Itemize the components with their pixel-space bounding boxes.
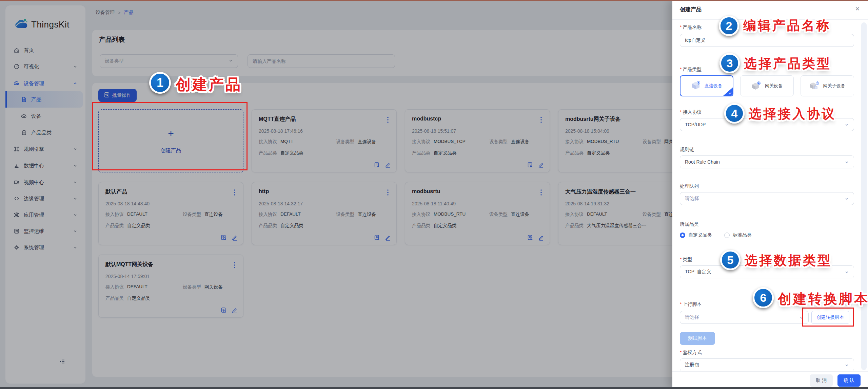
chevron-down-icon — [845, 160, 849, 164]
auth-method-value: 注册包 — [685, 362, 699, 368]
callout-number-badge: 4 — [724, 103, 745, 124]
upstream-script-label: 上行脚本 — [680, 301, 702, 308]
radio-checked-icon — [680, 233, 685, 238]
protocol-value: TCP/UDP — [685, 122, 706, 127]
callout-number-badge: 6 — [753, 287, 774, 308]
gateway-device-icon — [751, 81, 762, 91]
protocol-label: 接入协议 — [680, 109, 702, 115]
callout-3: 3 选择产品类型 — [719, 53, 831, 73]
callout-2: 2 编辑产品名称 — [719, 16, 831, 36]
callout-1: 1 创建产品 — [149, 72, 242, 95]
callout-number-badge: 5 — [720, 250, 741, 270]
rule-chain-label: 规则链 — [680, 147, 694, 153]
callout-number-badge: 3 — [719, 53, 740, 73]
category-radio-group: 自定义品类 标准品类 — [680, 232, 752, 238]
queue-label: 处理队列 — [680, 183, 699, 189]
annotation-rect-create-script — [802, 308, 854, 327]
data-type-label: 类型 — [680, 257, 692, 263]
drawer-title: 创建产品 — [680, 6, 702, 13]
queue-select[interactable]: 请选择 — [680, 192, 854, 205]
callout-text: 创建产品 — [176, 75, 242, 95]
drawer-footer: 取 消 确 认 — [672, 371, 868, 389]
category-group-label: 所属品类 — [680, 221, 699, 227]
type-card-label: 网关设备 — [765, 83, 783, 89]
chevron-down-icon — [845, 270, 849, 274]
upstream-script-select[interactable]: 请选择 — [680, 311, 809, 324]
auth-method-label: 鉴权方式 — [680, 350, 702, 356]
callout-text: 编辑产品名称 — [743, 17, 831, 34]
chevron-down-icon — [845, 363, 849, 367]
radio-label: 自定义品类 — [688, 232, 712, 238]
radio-label: 标准品类 — [733, 232, 752, 238]
callout-text: 选择数据类型 — [745, 252, 832, 269]
annotation-rect-create-card — [92, 102, 248, 170]
confirm-button[interactable]: 确 认 — [837, 374, 861, 387]
callout-number-badge: 1 — [149, 72, 171, 94]
close-icon[interactable]: ✕ — [855, 5, 860, 13]
screen-top-edge — [0, 0, 868, 1]
drawer-scrollbar[interactable] — [861, 22, 867, 370]
radio-unchecked-icon — [724, 233, 730, 238]
upstream-script-placeholder: 请选择 — [685, 314, 699, 320]
radio-custom-category[interactable]: 自定义品类 — [680, 232, 712, 238]
gateway-sub-device-icon — [810, 81, 820, 91]
thingskit-app: ThingsKit 首页 可视化 设备管理 产品 设备 产品品类 — [0, 0, 868, 389]
auth-method-select[interactable]: 注册包 — [680, 358, 854, 371]
type-card-direct-device[interactable]: 直连设备 ✓ — [680, 75, 733, 96]
type-card-label: 网关子设备 — [823, 83, 845, 89]
cancel-button[interactable]: 取 消 — [810, 374, 833, 387]
check-icon: ✓ — [729, 91, 732, 96]
data-type-value: TCP_自定义 — [685, 269, 711, 275]
radio-standard-category[interactable]: 标准品类 — [724, 232, 752, 238]
product-type-options: 直连设备 ✓ 网关设备 网关子设备 — [680, 75, 854, 96]
type-card-gateway-sub-device[interactable]: 网关子设备 — [801, 75, 854, 96]
rule-chain-value: Root Rule Chain — [685, 159, 720, 165]
type-card-label: 直连设备 — [705, 83, 722, 89]
callout-number-badge: 2 — [719, 16, 739, 36]
callout-6: 6 创建转换脚本 — [753, 287, 868, 308]
type-card-gateway-device[interactable]: 网关设备 — [740, 75, 794, 96]
test-script-button[interactable]: 测试脚本 — [680, 332, 715, 345]
chevron-down-icon — [845, 123, 849, 127]
queue-placeholder: 请选择 — [685, 196, 699, 202]
chevron-down-icon — [845, 197, 849, 201]
screen-bottom-edge — [0, 387, 868, 389]
callout-4: 4 选择接入协议 — [724, 103, 836, 124]
product-type-label: 产品类型 — [680, 67, 702, 73]
rule-chain-select[interactable]: Root Rule Chain — [680, 155, 854, 168]
product-name-label: 产品名称 — [680, 24, 702, 31]
direct-device-icon — [691, 81, 701, 91]
callout-text: 选择接入协议 — [749, 105, 836, 123]
callout-5: 5 选择数据类型 — [720, 250, 832, 270]
callout-text: 创建转换脚本 — [778, 290, 868, 308]
callout-text: 选择产品类型 — [744, 55, 831, 72]
